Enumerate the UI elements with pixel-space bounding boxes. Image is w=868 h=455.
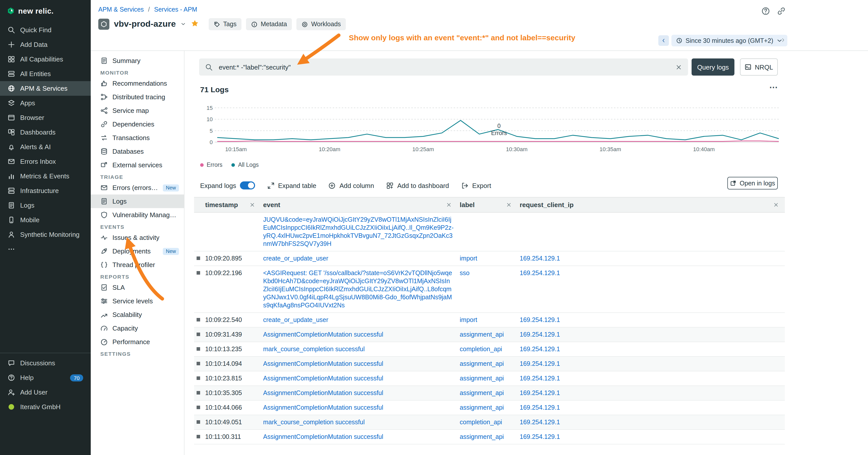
sidebar-item-errors-inbox[interactable]: Errors Inbox xyxy=(0,154,91,169)
table-row[interactable]: 10:09:20.895create_or_update_userimport1… xyxy=(194,252,785,266)
log-label-link[interactable] xyxy=(458,213,518,251)
legend-item-errors[interactable]: Errors xyxy=(200,162,222,168)
subnav-item-service-map[interactable]: Service map xyxy=(91,104,184,118)
table-row[interactable]: 10:09:31.439AssignmentCompletionMutation… xyxy=(194,327,785,342)
sidebar-item-alerts-ai[interactable]: Alerts & AI xyxy=(0,139,91,154)
subnav-item-sla[interactable]: SLA xyxy=(91,281,184,294)
subnav-item-service-levels[interactable]: Service levels xyxy=(91,294,184,308)
log-label-link[interactable]: sso xyxy=(458,266,518,313)
newrelic-logo[interactable]: new relic. xyxy=(0,0,91,23)
sidebar-item-dashboards[interactable]: Dashboards xyxy=(0,125,91,139)
log-label-link[interactable]: assignment_api xyxy=(458,386,518,400)
log-ip-link[interactable]: 169.254.129.1 xyxy=(518,430,785,444)
log-event-link[interactable]: AssignmentCompletionMutation successful xyxy=(261,327,458,342)
remove-column-icon[interactable] xyxy=(249,202,255,207)
breadcrumb-link-services[interactable]: Services - APM xyxy=(154,6,197,13)
remove-column-icon[interactable] xyxy=(506,202,512,207)
log-ip-link[interactable]: 169.254.129.1 xyxy=(518,327,785,342)
sidebar-item-apps[interactable]: Apps xyxy=(0,96,91,110)
log-label-link[interactable]: assignment_api xyxy=(458,327,518,342)
log-event-link[interactable]: JUQVU&code=eyJraWQiOiJjcGItY29yZV8wOTl1M… xyxy=(261,213,458,251)
expand-logs-toggle[interactable] xyxy=(240,182,255,190)
subnav-item-deployments[interactable]: DeploymentsNew xyxy=(91,245,184,258)
table-row[interactable]: 10:10:49.051mark_course_completion succe… xyxy=(194,415,785,430)
copy-link-icon[interactable] xyxy=(777,6,786,15)
table-row[interactable]: 10:10:23.815AssignmentCompletionMutation… xyxy=(194,371,785,386)
column-header-timestamp[interactable]: timestamp xyxy=(203,201,261,208)
log-ip-link[interactable] xyxy=(518,213,785,251)
log-event-link[interactable]: AssignmentCompletionMutation successful xyxy=(261,430,458,444)
table-row[interactable]: 10:10:44.066AssignmentCompletionMutation… xyxy=(194,400,785,415)
subnav-item-distributed-tracing[interactable]: Distributed tracing xyxy=(91,90,184,104)
log-label-link[interactable]: assignment_api xyxy=(458,357,518,371)
query-logs-button[interactable]: Query logs xyxy=(691,59,735,75)
breadcrumb-link-apm[interactable]: APM & Services xyxy=(98,6,144,13)
log-event-link[interactable]: <ASGIRequest: GET '/sso/callback/?state=… xyxy=(261,266,458,313)
log-label-link[interactable]: assignment_api xyxy=(458,371,518,386)
log-ip-link[interactable]: 169.254.129.1 xyxy=(518,266,785,313)
expand-table-button[interactable]: Expand table xyxy=(267,182,316,189)
clear-query-icon[interactable] xyxy=(676,64,682,70)
subnav-item-capacity[interactable]: Capacity xyxy=(91,322,184,335)
log-event-link[interactable]: create_or_update_user xyxy=(261,252,458,265)
log-ip-link[interactable]: 169.254.129.1 xyxy=(518,313,785,327)
log-ip-link[interactable]: 169.254.129.1 xyxy=(518,252,785,265)
sidebar-item-all-entities[interactable]: All Entities xyxy=(0,66,91,81)
subnav-item-scalability[interactable]: Scalability xyxy=(91,308,184,322)
column-header-request-client-ip[interactable]: request_client_ip xyxy=(518,201,785,208)
log-label-link[interactable]: completion_api xyxy=(458,342,518,356)
nrql-button[interactable]: NRQL xyxy=(740,59,778,75)
log-ip-link[interactable]: 169.254.129.1 xyxy=(518,357,785,371)
favorite-star-icon[interactable] xyxy=(190,19,199,30)
column-header-event[interactable]: event xyxy=(261,201,458,208)
remove-column-icon[interactable] xyxy=(773,202,779,207)
subnav-item-transactions[interactable]: Transactions xyxy=(91,131,184,144)
sidebar-item-discussions[interactable]: Discussions xyxy=(0,356,91,370)
log-label-link[interactable]: completion_api xyxy=(458,415,518,429)
sidebar-item-help[interactable]: Help70 xyxy=(0,370,91,385)
sidebar-item-browser[interactable]: Browser xyxy=(0,110,91,125)
remove-column-icon[interactable] xyxy=(446,202,452,207)
log-event-link[interactable]: mark_course_completion successful xyxy=(261,415,458,429)
sidebar-item-add-user[interactable]: Add User xyxy=(0,385,91,399)
table-row[interactable]: 10:10:13.235mark_course_completion succe… xyxy=(194,342,785,357)
log-event-link[interactable]: create_or_update_user xyxy=(261,313,458,327)
table-row[interactable]: 10:10:14.094AssignmentCompletionMutation… xyxy=(194,357,785,371)
sidebar-item-logs[interactable]: Logs xyxy=(0,198,91,213)
subnav-item-issues-activity[interactable]: Issues & activity xyxy=(91,231,184,245)
table-row[interactable]: 10:09:22.540create_or_update_userimport1… xyxy=(194,313,785,327)
log-label-link[interactable]: assignment_api xyxy=(458,430,518,444)
sidebar-item-metrics-events[interactable]: Metrics & Events xyxy=(0,169,91,184)
table-row[interactable]: 10:10:35.305AssignmentCompletionMutation… xyxy=(194,386,785,400)
sidebar-item-add-data[interactable]: Add Data xyxy=(0,37,91,52)
add-to-dashboard-button[interactable]: Add to dashboard xyxy=(386,182,449,189)
log-event-link[interactable]: mark_course_completion successful xyxy=(261,342,458,356)
export-button[interactable]: Export xyxy=(461,182,491,189)
sidebar-item-infrastructure[interactable]: Infrastructure xyxy=(0,184,91,198)
workloads-button[interactable]: Workloads xyxy=(297,18,346,30)
logs-options-menu-icon[interactable]: ⋯ xyxy=(769,82,778,93)
sidebar-item-all-capabilities[interactable]: All Capabilities xyxy=(0,52,91,66)
log-ip-link[interactable]: 169.254.129.1 xyxy=(518,400,785,415)
help-icon[interactable] xyxy=(761,6,770,15)
legend-item-all-logs[interactable]: All Logs xyxy=(231,162,259,168)
sidebar-item-iterativ-gmbh[interactable]: Iterativ GmbH xyxy=(0,399,91,414)
log-event-link[interactable]: AssignmentCompletionMutation successful xyxy=(261,386,458,400)
time-range-picker[interactable]: Since 30 minutes ago (GMT+2) xyxy=(672,35,787,46)
logs-query-input[interactable] xyxy=(218,63,671,71)
sidebar-item-more[interactable] xyxy=(0,242,91,257)
log-event-link[interactable]: AssignmentCompletionMutation successful xyxy=(261,357,458,371)
sidebar-item-quick-find[interactable]: Quick Find xyxy=(0,23,91,37)
entity-chevron-down-icon[interactable] xyxy=(181,20,186,29)
table-row[interactable]: JUQVU&code=eyJraWQiOiJjcGItY29yZV8wOTl1M… xyxy=(194,213,785,252)
time-previous-button[interactable] xyxy=(658,35,669,46)
log-event-link[interactable]: AssignmentCompletionMutation successful xyxy=(261,400,458,415)
open-in-logs-button[interactable]: Open in logs xyxy=(727,177,778,190)
subnav-item-errors-errors-inb[interactable]: Errors (errors inb...New xyxy=(91,181,184,195)
sidebar-item-synthetic-monitoring[interactable]: Synthetic Monitoring xyxy=(0,227,91,242)
log-label-link[interactable]: assignment_api xyxy=(458,400,518,415)
subnav-item-logs[interactable]: Logs xyxy=(91,195,184,208)
log-ip-link[interactable]: 169.254.129.1 xyxy=(518,386,785,400)
column-header-label[interactable]: label xyxy=(458,201,518,208)
log-ip-link[interactable]: 169.254.129.1 xyxy=(518,342,785,356)
